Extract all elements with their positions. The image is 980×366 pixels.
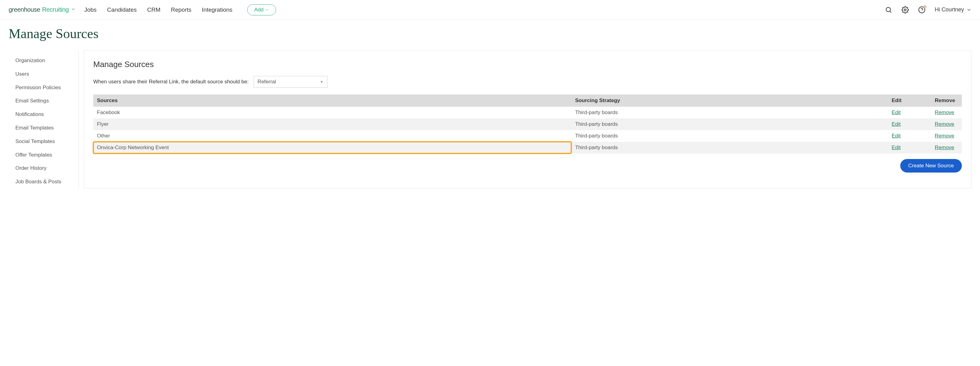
edit-link[interactable]: Edit <box>892 144 900 151</box>
sidebar-item-users[interactable]: Users <box>9 67 78 81</box>
col-header-strategy: Sourcing Strategy <box>571 94 888 107</box>
sidebar-item-permission-policies[interactable]: Permission Policies <box>9 81 78 94</box>
sidebar-item-email-settings[interactable]: Email Settings <box>9 94 78 108</box>
source-name: Flyer <box>93 119 571 130</box>
svg-point-0 <box>886 7 891 12</box>
primary-nav: Jobs Candidates CRM Reports Integrations <box>84 6 232 13</box>
add-button[interactable]: Add <box>247 4 276 15</box>
table-row: Flyer Third-party boards Edit Remove <box>93 119 962 130</box>
caret-down-icon: ▼ <box>320 80 323 84</box>
chevron-down-icon <box>265 8 269 12</box>
sidebar-item-job-boards-posts[interactable]: Job Boards & Posts <box>9 175 78 189</box>
remove-link[interactable]: Remove <box>935 121 954 127</box>
user-menu[interactable]: Hi Courtney <box>935 6 971 13</box>
nav-jobs[interactable]: Jobs <box>84 6 97 13</box>
source-name: Facebook <box>93 107 571 119</box>
logo-recruiting: Recruiting <box>42 6 69 13</box>
table-row: Other Third-party boards Edit Remove <box>93 130 962 142</box>
table-row: Onvica-Corp Networking Event Third-party… <box>93 142 962 154</box>
nav-crm[interactable]: CRM <box>147 6 161 13</box>
source-strategy: Third-party boards <box>571 107 888 119</box>
col-header-edit: Edit <box>888 94 931 107</box>
settings-sidebar: Organization Users Permission Policies E… <box>9 50 79 189</box>
nav-reports[interactable]: Reports <box>171 6 191 13</box>
edit-link[interactable]: Edit <box>892 133 900 139</box>
panel-heading: Manage Sources <box>93 60 962 69</box>
create-new-source-button[interactable]: Create New Source <box>900 159 962 173</box>
col-header-remove: Remove <box>931 94 962 107</box>
nav-candidates[interactable]: Candidates <box>107 6 137 13</box>
sidebar-item-notifications[interactable]: Notifications <box>9 108 78 121</box>
sidebar-item-social-templates[interactable]: Social Templates <box>9 135 78 148</box>
sidebar-item-order-history[interactable]: Order History <box>9 162 78 175</box>
edit-link[interactable]: Edit <box>892 121 900 127</box>
sidebar-item-organization[interactable]: Organization <box>9 54 78 67</box>
col-header-sources: Sources <box>93 94 571 107</box>
logo-greenhouse: greenhouse <box>9 6 40 13</box>
top-nav: greenhouse Recruiting Jobs Candidates CR… <box>0 0 980 20</box>
remove-link[interactable]: Remove <box>935 109 954 115</box>
chevron-down-icon <box>966 7 971 12</box>
svg-line-1 <box>890 11 891 13</box>
source-strategy: Third-party boards <box>571 142 888 154</box>
source-strategy: Third-party boards <box>571 119 888 130</box>
sources-table: Sources Sourcing Strategy Edit Remove Fa… <box>93 94 962 154</box>
source-name: Other <box>93 130 571 142</box>
user-greeting: Hi Courtney <box>935 6 964 13</box>
product-switcher[interactable]: greenhouse Recruiting <box>9 6 76 13</box>
sidebar-item-offer-templates[interactable]: Offer Templates <box>9 148 78 162</box>
main-panel: Manage Sources When users share their Re… <box>84 50 971 189</box>
source-name-highlighted: Onvica-Corp Networking Event <box>93 142 571 154</box>
source-strategy: Third-party boards <box>571 130 888 142</box>
source-name: Onvica-Corp Networking Event <box>97 144 169 151</box>
edit-link[interactable]: Edit <box>892 109 900 115</box>
sidebar-item-email-templates[interactable]: Email Templates <box>9 121 78 135</box>
table-row: Facebook Third-party boards Edit Remove <box>93 107 962 119</box>
nav-integrations[interactable]: Integrations <box>202 6 232 13</box>
gear-icon[interactable] <box>902 6 909 14</box>
default-source-select[interactable]: Referral ▼ <box>254 76 328 88</box>
nav-right: Hi Courtney <box>885 6 971 14</box>
default-source-row: When users share their Referral Link, th… <box>93 76 962 88</box>
search-icon[interactable] <box>885 6 892 14</box>
content-layout: Organization Users Permission Policies E… <box>0 50 980 201</box>
help-icon[interactable] <box>918 6 926 14</box>
default-source-label: When users share their Referral Link, th… <box>93 79 249 85</box>
svg-point-2 <box>904 9 906 11</box>
chevron-down-icon <box>71 7 76 13</box>
page-title: Manage Sources <box>0 20 980 50</box>
add-button-label: Add <box>254 7 264 13</box>
remove-link[interactable]: Remove <box>935 144 954 151</box>
default-source-value: Referral <box>258 79 276 85</box>
remove-link[interactable]: Remove <box>935 133 954 139</box>
